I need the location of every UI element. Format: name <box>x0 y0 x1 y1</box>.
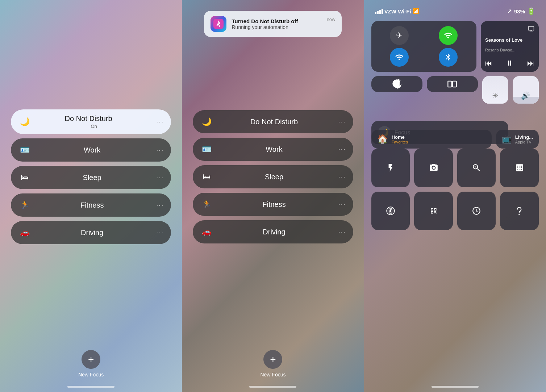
shazam-button[interactable] <box>371 192 410 230</box>
focus-panel-2: Turned Do Not Disturb off Running your a… <box>182 0 364 392</box>
airplay-icon[interactable] <box>485 25 534 32</box>
hearing-button[interactable] <box>500 192 539 230</box>
status-bar: VZW Wi-Fi 📶 ↗ 93% 🔋 <box>371 7 539 15</box>
work-icon: 🪪 <box>200 143 213 156</box>
cellular-toggle[interactable] <box>439 26 458 45</box>
focus-item-sleep-1[interactable]: 🛏 Sleep ··· <box>11 166 171 189</box>
flashlight-button[interactable] <box>371 149 410 187</box>
brightness-icon: ☀ <box>492 91 499 100</box>
signal-bar-4 <box>382 9 383 14</box>
work-icon: 🪪 <box>18 143 31 157</box>
focus-item-dots[interactable]: ··· <box>156 201 164 209</box>
music-controls: ⏮ ⏸ ⏭ <box>485 59 534 67</box>
focus-item-driving-1[interactable]: 🚗 Driving ··· <box>11 221 171 244</box>
camera-button[interactable] <box>414 149 453 187</box>
home-subtitle: Favorites <box>392 140 408 144</box>
magnifier-button[interactable] <box>457 149 496 187</box>
focus-item-dots[interactable]: ··· <box>338 228 346 236</box>
qr-scan-button[interactable] <box>414 192 453 230</box>
focus-item-dots[interactable]: ··· <box>338 118 346 126</box>
bluetooth-toggle[interactable] <box>439 48 458 67</box>
sleep-icon: 🛏 <box>18 171 31 184</box>
battery-icon: 🔋 <box>527 7 535 15</box>
focus-item-do-not-disturb-1[interactable]: 🌙 Do Not Disturb On ··· <box>11 109 171 134</box>
brightness-slider[interactable]: ☀ <box>482 76 508 104</box>
notification-text: Turned Do Not Disturb off Running your a… <box>232 18 321 30</box>
music-widget[interactable]: Seasons of Love Rosario Dawso... ⏮ ⏸ ⏭ <box>481 21 539 72</box>
sleep-icon: 🛏 <box>200 170 213 183</box>
svg-point-4 <box>432 167 435 169</box>
apple-tv-button[interactable]: 📺 Living... Apple TV <box>496 130 539 149</box>
new-focus-label-2: New Focus <box>260 372 285 378</box>
tools-row-2 <box>371 192 539 230</box>
music-title: Seasons of Love <box>485 37 534 43</box>
focus-item-work-2[interactable]: 🪪 Work ··· <box>193 138 353 161</box>
apple-tv-title: Living... <box>515 134 533 140</box>
apple-tv-subtitle: Apple TV <box>515 140 533 144</box>
new-focus-button-1[interactable]: + <box>82 350 100 369</box>
prev-track-button[interactable]: ⏮ <box>485 59 492 67</box>
control-center-panel: VZW Wi-Fi 📶 ↗ 93% 🔋 ✈ <box>364 0 546 392</box>
shortcuts-app-icon <box>211 16 226 32</box>
cc-row-1: ✈ <box>371 21 539 72</box>
focus-item-dots[interactable]: ··· <box>338 173 346 181</box>
signal-bars <box>375 9 383 14</box>
focus-item-label: Fitness <box>213 200 335 209</box>
new-focus-area-1: + New Focus <box>78 350 104 378</box>
focus-item-fitness-2[interactable]: 🏃 Fitness ··· <box>193 193 353 216</box>
moon-icon: 🌙 <box>200 115 213 128</box>
focus-item-dots[interactable]: ··· <box>156 146 164 154</box>
focus-item-status: On <box>91 124 97 129</box>
location-icon: ↗ <box>507 8 512 14</box>
focus-item-label: Driving <box>31 229 153 237</box>
signal-bar-3 <box>379 10 381 14</box>
new-focus-button-2[interactable]: + <box>263 350 282 369</box>
connectivity-block: ✈ <box>371 21 476 72</box>
apple-tv-text: Living... Apple TV <box>515 134 533 144</box>
focus-item-label: Sleep <box>213 173 335 181</box>
home-button[interactable]: 🏠 Home Favorites <box>371 130 492 149</box>
home-icon: 🏠 <box>377 134 388 144</box>
focus-item-driving-2[interactable]: 🚗 Driving ··· <box>193 220 353 243</box>
tools-row-1 <box>371 149 539 187</box>
focus-item-do-not-disturb-2[interactable]: 🌙 Do Not Disturb ··· <box>193 110 353 133</box>
focus-item-label: Work <box>31 146 153 154</box>
focus-list-1: 🌙 Do Not Disturb On ··· 🪪 Work ··· 🛏 Sle… <box>11 109 171 244</box>
notification-time: now <box>327 17 335 22</box>
focus-item-label: Fitness <box>31 201 153 209</box>
calculator-button[interactable] <box>500 149 539 187</box>
wifi-toggle[interactable] <box>390 48 409 67</box>
carrier-label: VZW Wi-Fi <box>384 8 411 14</box>
focus-item-sleep-2[interactable]: 🛏 Sleep ··· <box>193 165 353 188</box>
focus-item-label: Do Not Disturb <box>65 114 112 123</box>
battery-percentage: 93% <box>514 8 525 14</box>
airplane-mode-toggle[interactable]: ✈ <box>390 26 409 45</box>
new-focus-area-2: + New Focus <box>260 350 285 378</box>
home-text: Home Favorites <box>392 134 408 144</box>
music-artist: Rosario Dawso... <box>485 48 534 52</box>
focus-item-label: Sleep <box>31 174 153 182</box>
focus-item-dots[interactable]: ··· <box>338 146 346 153</box>
clock-button[interactable] <box>457 192 496 230</box>
focus-item-dots[interactable]: ··· <box>156 174 164 182</box>
home-title: Home <box>392 134 408 140</box>
notification-banner[interactable]: Turned Do Not Disturb off Running your a… <box>204 11 342 37</box>
next-track-button[interactable]: ⏭ <box>527 59 534 67</box>
notification-title: Turned Do Not Disturb off <box>232 18 321 24</box>
driving-icon: 🚗 <box>18 226 31 239</box>
focus-item-dots[interactable]: ··· <box>156 118 164 126</box>
control-center-main: ✈ <box>371 21 539 230</box>
focus-item-label: Driving <box>213 228 335 236</box>
focus-item-work-1[interactable]: 🪪 Work ··· <box>11 138 171 162</box>
focus-item-fitness-1[interactable]: 🏃 Fitness ··· <box>11 193 171 217</box>
focus-item-label: Do Not Disturb <box>213 118 335 126</box>
focus-item-dots[interactable]: ··· <box>338 201 346 208</box>
notification-subtitle: Running your automation <box>232 24 321 30</box>
cc-row-4: 🏠 Home Favorites 📺 Living... Apple TV <box>371 117 539 144</box>
focus-item-dots[interactable]: ··· <box>156 229 164 237</box>
driving-icon: 🚗 <box>200 225 213 238</box>
signal-bar-1 <box>375 12 376 14</box>
pause-button[interactable]: ⏸ <box>506 59 513 67</box>
volume-icon: 🔊 <box>521 91 530 100</box>
volume-slider[interactable]: 🔊 <box>513 76 539 104</box>
